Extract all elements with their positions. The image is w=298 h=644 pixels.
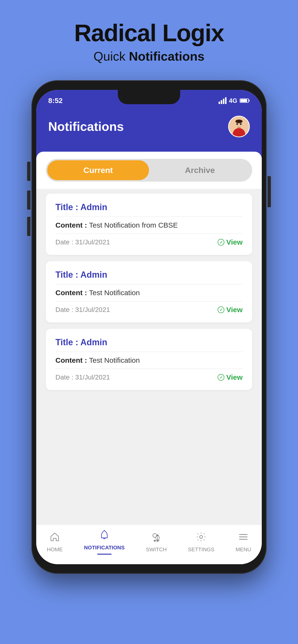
home-icon [49, 532, 60, 544]
tab-container: Current Archive [36, 152, 262, 189]
notif-title-3: Title : Admin [55, 337, 243, 348]
svg-rect-1 [249, 100, 249, 102]
settings-gear-icon [196, 532, 206, 544]
notif-footer-3: Date : 31/Jul/2021 ✓ View [55, 373, 243, 382]
notif-title-1: Title : Admin [55, 202, 243, 212]
tab-archive[interactable]: Archive [149, 160, 251, 180]
tab-current[interactable]: Current [47, 160, 149, 180]
content-area: Title : Admin Content : Test Notificatio… [36, 189, 262, 525]
notch [118, 90, 180, 104]
notification-card-1: Title : Admin Content : Test Notificatio… [46, 194, 252, 255]
battery-icon [240, 98, 250, 103]
status-icons: 4G [219, 97, 250, 104]
app-subtitle: Quick Notifications [94, 49, 204, 64]
svg-point-7 [240, 123, 242, 125]
status-time: 8:52 [48, 96, 63, 105]
check-icon-3: ✓ [218, 374, 224, 381]
notif-divider-3a [55, 352, 243, 352]
notification-bell-icon [99, 530, 110, 543]
nav-item-home[interactable]: HOME [42, 532, 67, 553]
notif-date-3: Date : 31/Jul/2021 [55, 374, 110, 381]
notif-divider-1a [55, 216, 243, 217]
svg-point-6 [236, 123, 238, 125]
notif-view-1[interactable]: ✓ View [218, 238, 243, 246]
page-header: Notifications [36, 108, 262, 152]
svg-point-17 [200, 536, 203, 538]
notif-content-3: Content : Test Notification [55, 356, 243, 364]
notif-content-2: Content : Test Notification [55, 289, 243, 297]
notif-divider-2b [55, 301, 243, 302]
check-icon-2: ✓ [218, 306, 224, 313]
avatar[interactable] [228, 116, 250, 137]
notif-view-2[interactable]: ✓ View [218, 306, 243, 314]
notification-card-2: Title : Admin Content : Test Notificatio… [46, 261, 252, 322]
nav-switch-label: SWITCH [146, 546, 167, 553]
nav-item-menu[interactable]: MENU [231, 532, 256, 553]
page-title: Notifications [48, 119, 124, 134]
signal-bars-icon [219, 97, 226, 104]
notif-date-1: Date : 31/Jul/2021 [55, 238, 110, 246]
notif-date-2: Date : 31/Jul/2021 [55, 306, 110, 314]
menu-hamburger-icon [238, 532, 249, 544]
phone-frame: 8:52 4G Notifications [32, 80, 266, 574]
notif-view-3[interactable]: ✓ View [218, 373, 243, 382]
network-label: 4G [229, 97, 237, 104]
notif-divider-2a [55, 284, 243, 284]
notif-footer-2: Date : 31/Jul/2021 ✓ View [55, 306, 243, 314]
nav-home-label: HOME [47, 546, 63, 553]
bottom-nav: HOME NOTIFICATIONS [36, 525, 262, 564]
check-icon-1: ✓ [218, 239, 224, 246]
nav-item-switch[interactable]: SWITCH [141, 532, 172, 553]
nav-item-notifications[interactable]: NOTIFICATIONS [79, 530, 129, 555]
notif-divider-3b [55, 369, 243, 369]
nav-menu-label: MENU [236, 546, 251, 553]
notification-card-3: Title : Admin Content : Test Notificatio… [46, 329, 252, 390]
tab-container-wrap: Current Archive [36, 152, 262, 189]
svg-point-8 [235, 120, 243, 123]
nav-item-settings[interactable]: SETTINGS [183, 532, 219, 553]
nav-notifications-label: NOTIFICATIONS [84, 544, 124, 551]
app-title-text: Radical Logix [74, 19, 224, 47]
screen: 8:52 4G Notifications [36, 90, 262, 564]
tab-switcher: Current Archive [46, 159, 252, 182]
notif-content-1: Content : Test Notification from CBSE [55, 221, 243, 229]
notif-title-2: Title : Admin [55, 270, 243, 280]
svg-point-11 [154, 540, 156, 542]
svg-rect-2 [240, 99, 247, 102]
nav-active-indicator [97, 554, 112, 555]
nav-settings-label: SETTINGS [188, 546, 214, 553]
switch-icon [151, 532, 162, 544]
notif-divider-1b [55, 234, 243, 234]
notif-footer-1: Date : 31/Jul/2021 ✓ View [55, 238, 243, 246]
